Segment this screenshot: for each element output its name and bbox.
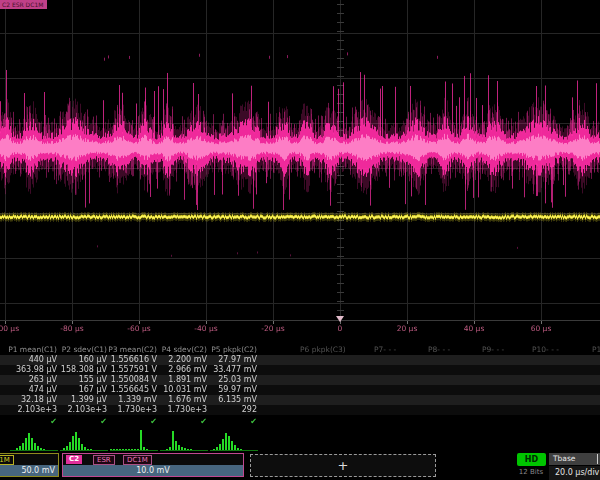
param-value: 440 µV [0, 355, 57, 365]
param-sdev: 1.676 mV [157, 395, 207, 405]
param-max: 1.556645 V [107, 385, 157, 395]
param-sdev: 32.18 µV [0, 395, 57, 405]
param-sdev: 1.399 µV [57, 395, 107, 405]
c2-descriptor-top: C2 ESR DC1M [63, 454, 243, 465]
trigger-position-marker[interactable] [336, 316, 344, 322]
hd-bits-label: 12 Bits [511, 468, 551, 476]
param-mean: 158.308 µV [57, 365, 107, 375]
time-axis-label: -60 µs [127, 324, 150, 333]
channel-descriptor-c1[interactable]: C1 DC1M 50.0 mV [0, 453, 59, 477]
trace-label-badge: C2 ESR DC1M [0, 0, 47, 9]
c1-coupling-badge: DC1M [0, 455, 14, 465]
param-header-unused[interactable]: P7- - - [374, 345, 396, 355]
param-status-check-icon: ✔ [107, 417, 157, 427]
param-header-unused[interactable]: P10- - - [532, 345, 559, 355]
time-axis-label: 40 µs [464, 324, 485, 333]
param-max: 474 µV [0, 385, 57, 395]
param-max: 59.97 mV [207, 385, 257, 395]
time-axis: -100 µs-80 µs-60 µs-40 µs-20 µs020 µs40 … [0, 322, 600, 336]
channel-descriptor-c2[interactable]: C2 ESR DC1M 10.0 mV [62, 453, 244, 477]
time-axis-label: 60 µs [531, 324, 552, 333]
param-header[interactable]: P4 sdev(C2) [157, 345, 207, 355]
param-num: 292 [207, 405, 257, 415]
measurement-histicons[interactable] [0, 428, 600, 453]
param-num: 1.730e+3 [107, 405, 157, 415]
c2-channel-badge: C2 [66, 455, 82, 464]
c1-volts-per-div: 50.0 mV [0, 465, 58, 476]
param-mean: 2.966 mV [157, 365, 207, 375]
param-min: 25.03 mV [207, 375, 257, 385]
param-header[interactable]: P1 mean(C1) [0, 345, 57, 355]
waveform-grid [0, 0, 600, 345]
timebase-separator [597, 454, 598, 464]
param-header[interactable]: P5 pkpk(C2) [207, 345, 257, 355]
param-min: 155 µV [57, 375, 107, 385]
param-sdev: 1.339 mV [107, 395, 157, 405]
param-mean: 33.477 mV [207, 365, 257, 375]
param-min: 263 µV [0, 375, 57, 385]
time-axis-label: -80 µs [60, 324, 83, 333]
param-value: 2.200 mV [157, 355, 207, 365]
c2-coupling-badge: DC1M [123, 455, 152, 465]
param-header-unused[interactable]: P11 [592, 345, 600, 355]
param-status-check-icon: ✔ [207, 417, 257, 427]
oscilloscope-screen: C2 ESR DC1M -100 µs-80 µs-60 µs-40 µs-20… [0, 0, 600, 480]
param-min: 1.550084 V [107, 375, 157, 385]
param-max: 167 µV [57, 385, 107, 395]
time-axis-label: 0 [338, 324, 343, 333]
c2-volts-per-div: 10.0 mV [63, 465, 243, 476]
param-header[interactable]: P2 sdev(C1) [57, 345, 107, 355]
timebase-panel[interactable]: Tbase 20.0 µs/div [549, 452, 600, 480]
param-sdev: 6.135 mV [207, 395, 257, 405]
param-status-check-icon: ✔ [0, 417, 57, 427]
param-header[interactable]: P3 mean(C2) [107, 345, 157, 355]
param-mean: 1.557591 V [107, 365, 157, 375]
param-value: 1.556616 V [107, 355, 157, 365]
timebase-value: 20.0 µs/div [549, 466, 600, 480]
hd-mode-badge[interactable]: HD [517, 453, 546, 466]
time-axis-label: -40 µs [194, 324, 217, 333]
param-header-unused[interactable]: P9- - - [482, 345, 504, 355]
time-axis-label: -20 µs [261, 324, 284, 333]
param-header-unused[interactable]: P6 pkpk(C3) [300, 345, 346, 355]
param-header-unused[interactable]: P8- - - [428, 345, 450, 355]
param-status-check-icon: ✔ [157, 417, 207, 427]
param-num: 1.730e+3 [157, 405, 207, 415]
c2-eres-badge: ESR [93, 455, 115, 465]
measurement-table[interactable]: P1 mean(C1)440 µV363.98 µV263 µV474 µV32… [0, 345, 600, 428]
timebase-title: Tbase [549, 453, 600, 465]
param-value: 27.97 mV [207, 355, 257, 365]
time-axis-label: -100 µs [0, 324, 19, 333]
param-value: 160 µV [57, 355, 107, 365]
add-trace-button[interactable]: + [250, 454, 436, 477]
c1-descriptor-top: C1 DC1M [0, 454, 58, 465]
param-mean: 363.98 µV [0, 365, 57, 375]
param-status-check-icon: ✔ [57, 417, 107, 427]
bottom-bar: C1 DC1M 50.0 mV C2 ESR DC1M 10.0 mV + HD… [0, 452, 600, 480]
param-max: 10.031 mV [157, 385, 207, 395]
param-min: 1.891 mV [157, 375, 207, 385]
param-num: 2.103e+3 [57, 405, 107, 415]
param-num: 2.103e+3 [0, 405, 57, 415]
time-axis-label: 20 µs [397, 324, 418, 333]
